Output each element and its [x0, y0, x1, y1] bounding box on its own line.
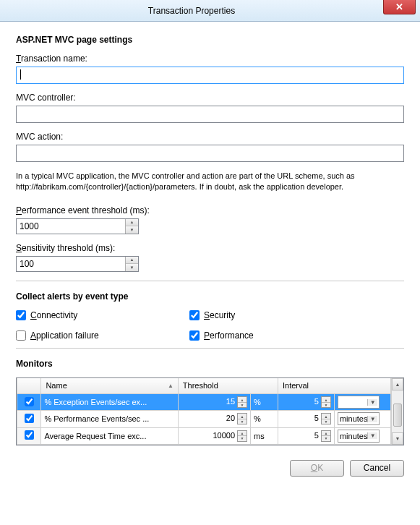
transaction-name-label: Transaction name:	[16, 54, 404, 64]
section-alerts-heading: Collect alerts by event type	[16, 291, 404, 302]
threshold-spinner[interactable]: ▲▼	[237, 430, 247, 442]
security-checkbox[interactable]	[189, 310, 200, 320]
chevron-down-icon: ▼	[367, 416, 377, 422]
perf-threshold-spinner[interactable]: ▲ ▼	[16, 218, 139, 234]
divider	[16, 348, 404, 349]
scrollbar[interactable]: ▲ ▼	[391, 378, 403, 445]
row-name: Average Request Time exc...	[41, 427, 178, 444]
monitors-table-container: Name▲ Threshold Interval % Exception Eve…	[16, 377, 404, 445]
col-threshold[interactable]: Threshold	[178, 378, 278, 394]
sensitivity-spinner[interactable]: ▲ ▼	[16, 256, 139, 272]
connectivity-label: Connectivity	[30, 310, 77, 320]
col-name[interactable]: Name▲	[41, 378, 178, 394]
spinner-down-button[interactable]: ▼	[126, 226, 138, 234]
titlebar: Transaction Properties ✕	[0, 0, 420, 22]
row-threshold[interactable]: 10000	[213, 431, 235, 440]
table-row[interactable]: Average Request Time exc... 10000 ▲▼ ms …	[17, 427, 391, 444]
help-text: In a typical MVC application, the MVC co…	[16, 171, 404, 192]
row-threshold[interactable]: 15	[226, 397, 235, 406]
ok-button[interactable]: OK	[290, 460, 344, 477]
section-aspnet-heading: ASP.NET MVC page settings	[16, 35, 404, 45]
text-caret	[20, 69, 21, 80]
chevron-down-icon: ▼	[367, 399, 377, 406]
app-failure-label: Application failure	[30, 330, 99, 341]
dialog-content: ASP.NET MVC page settings Transaction na…	[0, 22, 420, 460]
monitors-table: Name▲ Threshold Interval % Exception Eve…	[17, 378, 391, 445]
row-interval[interactable]: 5	[314, 414, 319, 422]
row-interval[interactable]: 5	[314, 431, 319, 440]
mvc-action-label: MVC action:	[16, 132, 404, 142]
mvc-controller-input[interactable]	[16, 106, 404, 123]
chevron-down-icon: ▼	[367, 432, 377, 439]
security-label: Security	[204, 310, 235, 320]
window-title: Transaction Properties	[0, 6, 383, 16]
cancel-button[interactable]: Cancel	[350, 460, 404, 477]
row-unit: ms	[251, 427, 278, 444]
mvc-controller-label: MVC controller:	[16, 93, 404, 103]
connectivity-checkbox-item[interactable]: Connectivity	[16, 310, 189, 320]
col-check[interactable]	[17, 378, 41, 394]
row-name: % Performance Events/sec ...	[41, 411, 178, 427]
row-unit: %	[251, 394, 278, 411]
scroll-track[interactable]	[392, 390, 403, 432]
security-checkbox-item[interactable]: Security	[189, 310, 404, 320]
col-interval[interactable]: Interval	[278, 378, 390, 394]
scroll-up-button[interactable]: ▲	[392, 378, 403, 390]
sensitivity-input[interactable]	[17, 257, 125, 271]
sensitivity-label: Sensitivity threshold (ms):	[16, 243, 404, 253]
app-failure-checkbox[interactable]	[16, 330, 26, 341]
spinner-up-button[interactable]: ▲	[126, 257, 138, 265]
perf-threshold-label: Performance event threshold (ms):	[16, 205, 404, 215]
divider	[16, 281, 404, 281]
interval-unit-select[interactable]: minutes▼	[338, 430, 380, 443]
performance-checkbox[interactable]	[189, 330, 200, 341]
spinner-down-button[interactable]: ▼	[126, 264, 138, 271]
section-monitors-heading: Monitors	[16, 359, 404, 369]
threshold-spinner[interactable]: ▲▼	[237, 413, 247, 424]
mvc-action-input[interactable]	[16, 145, 404, 162]
performance-label: Performance	[204, 330, 254, 341]
interval-spinner[interactable]: ▲▼	[321, 413, 331, 424]
interval-unit-select[interactable]: minutes▼	[338, 396, 380, 409]
dialog-buttons: OK Cancel	[0, 460, 420, 477]
interval-unit-select[interactable]: minutes▼	[338, 412, 380, 425]
threshold-spinner[interactable]: ▲▼	[237, 396, 247, 408]
row-name: % Exception Events/sec ex...	[41, 394, 178, 411]
interval-spinner[interactable]: ▲▼	[321, 396, 331, 408]
row-threshold[interactable]: 20	[226, 414, 235, 422]
spinner-up-button[interactable]: ▲	[126, 219, 138, 227]
row-checkbox[interactable]	[25, 397, 34, 406]
transaction-name-input[interactable]	[16, 67, 404, 84]
interval-spinner[interactable]: ▲▼	[321, 430, 331, 442]
row-checkbox[interactable]	[25, 430, 34, 440]
perf-threshold-input[interactable]	[17, 219, 125, 234]
close-icon: ✕	[395, 1, 403, 12]
connectivity-checkbox[interactable]	[16, 310, 26, 320]
close-button[interactable]: ✕	[383, 0, 416, 14]
app-failure-checkbox-item[interactable]: Application failure	[16, 330, 189, 341]
scroll-thumb[interactable]	[393, 404, 402, 427]
sort-asc-icon: ▲	[168, 383, 173, 389]
table-row[interactable]: % Exception Events/sec ex... 15 ▲▼ % 5 ▲…	[17, 394, 391, 411]
performance-checkbox-item[interactable]: Performance	[189, 330, 404, 341]
row-unit: %	[251, 411, 278, 427]
row-checkbox[interactable]	[25, 414, 34, 423]
table-row[interactable]: % Performance Events/sec ... 20 ▲▼ % 5 ▲…	[17, 411, 391, 427]
scroll-down-button[interactable]: ▼	[392, 432, 403, 445]
row-interval[interactable]: 5	[314, 397, 319, 406]
